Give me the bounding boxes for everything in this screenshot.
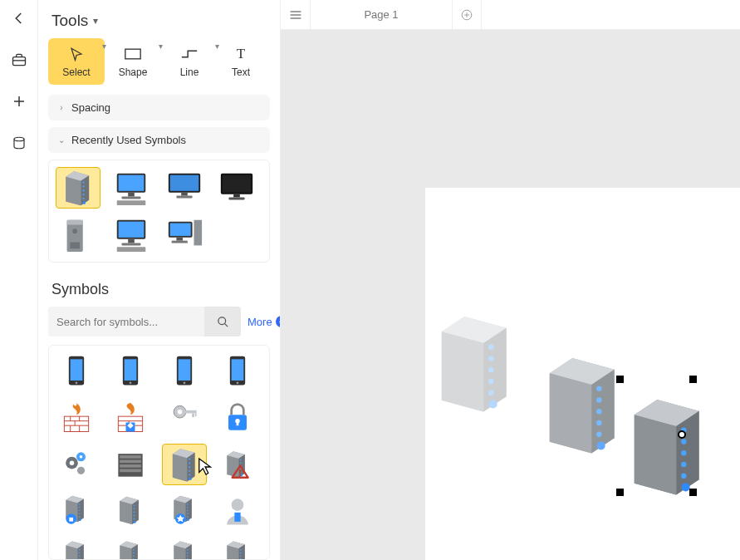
symbol-gears[interactable] [54,444,99,485]
tools-panel: Tools ▾ ▾ Select ▾ Shape ▾ Line T Tex [38,0,281,560]
sheets-list-button[interactable] [281,0,311,29]
symbol-key[interactable] [162,397,207,439]
database-icon[interactable] [6,130,32,156]
symbol-phone[interactable] [54,351,99,392]
panel-title-text: Tools [51,12,88,30]
line-tool[interactable]: ▾ Line [161,38,218,85]
rotation-handle[interactable] [678,430,686,439]
more-label: More [247,316,272,328]
recent-symbols-grid [48,160,270,263]
add-icon [461,9,473,21]
symbol-search-input[interactable] [48,316,204,328]
chevron-down-icon: ▾ [93,15,98,27]
symbol-rack[interactable] [108,444,153,485]
symbol-firewall-route[interactable] [108,397,153,439]
symbol-pc-monitor[interactable] [109,214,154,255]
symbol-firewall[interactable] [54,397,99,439]
svg-point-86 [218,317,225,324]
text-icon: T [232,45,250,63]
canvas-object-server-selected[interactable] [623,379,714,514]
panel-label: Recently Used Symbols [71,134,186,146]
symbol-lock[interactable] [215,397,260,439]
tool-label: Text [232,66,250,78]
selection-handle-nw[interactable] [616,376,624,383]
toolbox-icon[interactable] [6,47,32,73]
svg-point-84 [14,137,24,141]
add-icon[interactable] [6,88,32,115]
symbol-server-folder[interactable] [215,537,260,560]
selection-handle-sw[interactable] [616,489,624,496]
svg-rect-85 [125,49,140,59]
text-tool[interactable]: T Text [218,38,264,85]
symbol-desktop-tower[interactable] [56,214,100,255]
symbol-phone[interactable] [108,351,153,392]
connector-icon [180,45,198,63]
list-icon [289,9,302,21]
tab-page-1[interactable]: Page 1 [311,0,452,29]
symbol-monitor-dark[interactable] [214,167,259,209]
symbol-phone[interactable] [162,351,207,392]
canvas-object-server-ghost[interactable] [538,337,630,473]
left-rail [0,0,38,560]
symbol-admin-user[interactable] [215,490,260,532]
svg-line-87 [224,323,228,327]
chevron-right-icon: › [56,103,66,112]
more-symbols-link[interactable]: More + [247,316,281,328]
symbol-workstation[interactable] [109,167,154,209]
symbol-pc-with-tower[interactable] [162,214,207,255]
symbol-server-tower[interactable] [162,444,207,485]
chevron-down-icon: ⌄ [56,135,66,145]
canvas-object-server-ghost[interactable] [430,296,522,431]
symbol-server-cert[interactable] [162,490,207,532]
symbol-server-folder[interactable] [54,537,99,560]
panel-label: Spacing [71,101,110,114]
tool-row: ▾ Select ▾ Shape ▾ Line T Text [48,38,270,85]
symbol-server-tower[interactable] [56,167,100,209]
symbol-server[interactable] [108,490,153,532]
canvas[interactable] [281,30,740,560]
recent-header[interactable]: ⌄ Recently Used Symbols [48,127,270,153]
recent-symbols-panel: ⌄ Recently Used Symbols [48,127,270,153]
page-tabs: Page 1 [281,0,740,30]
selection-handle-ne[interactable] [689,376,697,383]
symbol-server-finance[interactable] [162,537,207,560]
tab-label: Page 1 [364,8,398,21]
shape-tool[interactable]: ▾ Shape [105,38,161,85]
selection-handle-se[interactable] [689,489,697,496]
search-button[interactable] [204,307,241,336]
search-icon [217,316,229,328]
symbol-server-lock[interactable] [54,490,99,532]
tools-panel-title[interactable]: Tools ▾ [51,12,270,30]
symbol-server-db[interactable] [108,537,153,560]
symbol-widescreen[interactable] [162,167,207,209]
symbol-library [48,345,270,560]
symbols-section-title: Symbols [51,281,270,298]
tool-label: Select [62,66,90,78]
add-page-button[interactable] [452,0,482,29]
symbol-phone[interactable] [215,351,260,392]
rectangle-icon [124,45,142,63]
select-tool[interactable]: ▾ Select [48,38,105,85]
tool-label: Line [180,66,199,78]
symbol-search-row: More + [48,307,270,336]
back-button[interactable] [6,5,32,32]
spacing-panel: › Spacing [48,95,270,120]
symbol-server-alert[interactable] [215,444,260,485]
spacing-header[interactable]: › Spacing [48,95,270,120]
symbol-search [48,307,241,336]
tool-label: Shape [119,66,148,78]
canvas-area: Page 1 [281,0,740,560]
svg-rect-80 [12,57,25,66]
cursor-icon [67,45,86,63]
